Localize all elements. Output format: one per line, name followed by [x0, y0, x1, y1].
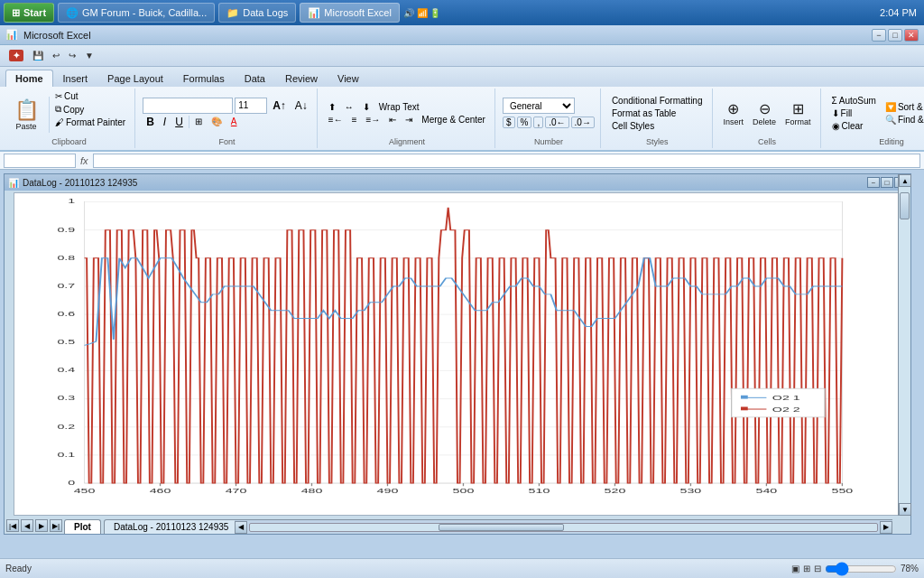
scroll-right-btn[interactable]: ▶: [880, 521, 892, 534]
tab-formulas[interactable]: Formulas: [173, 70, 235, 87]
svg-rect-44: [732, 388, 825, 417]
percent-btn[interactable]: %: [517, 117, 532, 128]
excel-restore-btn[interactable]: □: [881, 177, 893, 188]
tab-review[interactable]: Review: [275, 70, 328, 87]
format-painter-button[interactable]: 🖌 Format Painter: [51, 117, 129, 128]
status-right: ▣ ⊞ ⊟ 78%: [791, 564, 919, 574]
quick-access-more[interactable]: ▼: [81, 49, 97, 62]
vertical-scrollbar[interactable]: ▲ ▼: [898, 174, 910, 516]
svg-text:450: 450: [74, 488, 96, 494]
align-top-btn[interactable]: ⬆: [325, 101, 339, 113]
decrease-font-btn[interactable]: A↓: [291, 98, 311, 113]
delete-button[interactable]: ⊖ Delete: [749, 98, 780, 128]
tab-scroll-next[interactable]: ▶: [35, 519, 48, 532]
fill-color-button[interactable]: 🎨: [208, 116, 226, 127]
bold-button[interactable]: B: [143, 115, 158, 129]
save-quick-btn[interactable]: 💾: [29, 49, 47, 62]
number-format-dropdown[interactable]: General Number Currency Percentage: [503, 98, 575, 114]
autosum-button[interactable]: Σ AutoSum: [828, 95, 880, 107]
align-bottom-btn[interactable]: ⬇: [359, 101, 374, 113]
formula-input[interactable]: [93, 154, 920, 168]
align-middle-btn[interactable]: ↔: [341, 101, 357, 113]
svg-text:550: 550: [832, 488, 854, 494]
tab-insert[interactable]: Insert: [53, 70, 98, 87]
tab-scroll-first[interactable]: |◀: [6, 519, 19, 532]
sort-filter-button[interactable]: 🔽 Sort & Filter: [882, 101, 924, 113]
font-name-input[interactable]: [143, 98, 233, 114]
decrease-indent-btn[interactable]: ⇤: [385, 114, 400, 126]
systray: 🔊 📶 🔋: [403, 8, 441, 18]
sheet-tab-datalog[interactable]: DataLog - 20110123 124935: [104, 519, 238, 534]
decrease-decimal-btn[interactable]: .0←: [545, 117, 568, 128]
insert-button[interactable]: ⊕ Insert: [720, 98, 748, 128]
clear-button[interactable]: ◉ Clear: [828, 120, 880, 132]
align-right-btn[interactable]: ≡→: [363, 114, 384, 126]
taskbar-tab-excel[interactable]: 📊 Microsoft Excel: [300, 3, 400, 23]
svg-text:490: 490: [377, 488, 399, 494]
paste-label: Paste: [15, 122, 36, 131]
svg-text:0.9: 0.9: [57, 226, 75, 232]
close-button[interactable]: ✕: [904, 29, 919, 42]
font-color-button[interactable]: A: [227, 116, 241, 127]
paste-button[interactable]: 📋 Paste: [9, 97, 43, 133]
format-button[interactable]: ⊞ Format: [781, 98, 815, 128]
start-button[interactable]: ⊞ Start: [4, 3, 54, 23]
taskbar-tab-gmforum[interactable]: 🌐 GM Forum - Buick, Cadilla...: [58, 3, 215, 23]
view-break-btn[interactable]: ⊟: [814, 564, 821, 573]
tab-home[interactable]: Home: [5, 70, 53, 87]
scroll-left-btn[interactable]: ◀: [235, 521, 247, 534]
italic-button[interactable]: I: [160, 115, 170, 129]
underline-button[interactable]: U: [171, 115, 187, 129]
horizontal-scrollbar[interactable]: ◀ ▶: [235, 519, 892, 534]
merge-center-button[interactable]: Merge & Center: [418, 114, 489, 126]
fill-button[interactable]: ⬇ Fill: [828, 107, 880, 119]
app-title: Microsoft Excel: [23, 30, 91, 41]
align-left-btn[interactable]: ≡←: [325, 114, 346, 126]
increase-indent-btn[interactable]: ⇥: [402, 114, 416, 126]
increase-font-btn[interactable]: A↑: [269, 98, 290, 113]
font-label: Font: [137, 137, 317, 146]
sheet-tab-plot[interactable]: Plot: [64, 519, 101, 534]
conditional-formatting-button[interactable]: Conditional Formatting: [608, 95, 707, 107]
tab-scroll-last[interactable]: ▶|: [50, 519, 62, 532]
tab-data[interactable]: Data: [235, 70, 275, 87]
clipboard-label: Clipboard: [4, 137, 134, 146]
quick-access-toolbar: ✦ 💾 ↩ ↪ ▼: [0, 45, 924, 67]
taskbar: ⊞ Start 🌐 GM Forum - Buick, Cadilla... 📁…: [0, 0, 924, 25]
minimize-button[interactable]: −: [872, 29, 886, 42]
title-bar: 📊 Microsoft Excel − □ ✕: [0, 25, 924, 45]
tab-page-layout[interactable]: Page Layout: [97, 70, 173, 87]
clock: 2:04 PM: [880, 7, 920, 18]
scroll-down-btn[interactable]: ▼: [899, 503, 911, 516]
view-normal-btn[interactable]: ▣: [791, 564, 799, 573]
currency-btn[interactable]: $: [503, 117, 515, 128]
editing-label: Editing: [823, 137, 924, 146]
cell-styles-button[interactable]: Cell Styles: [608, 120, 707, 132]
redo-btn[interactable]: ↪: [65, 49, 79, 62]
wrap-text-button[interactable]: Wrap Text: [375, 101, 423, 113]
increase-decimal-btn[interactable]: .0→: [571, 117, 595, 128]
borders-button[interactable]: ⊞: [191, 116, 206, 127]
tab-view[interactable]: View: [328, 70, 369, 87]
restore-button[interactable]: □: [888, 29, 902, 42]
align-center-btn[interactable]: ≡: [348, 114, 361, 126]
excel-tab-label: Microsoft Excel: [324, 7, 392, 18]
scroll-up-btn[interactable]: ▲: [899, 174, 911, 187]
svg-text:520: 520: [605, 488, 626, 494]
font-size-input[interactable]: [235, 98, 267, 114]
excel-window-title-text: DataLog - 20110123 124935: [23, 178, 137, 188]
comma-btn[interactable]: ,: [533, 117, 543, 128]
undo-btn[interactable]: ↩: [49, 49, 63, 62]
name-box-input[interactable]: [4, 154, 76, 168]
zoom-slider[interactable]: [825, 564, 897, 574]
copy-button[interactable]: ⧉ Copy: [51, 103, 129, 116]
excel-minimize-btn[interactable]: −: [867, 177, 880, 188]
cut-button[interactable]: ✂ Cut: [51, 90, 129, 102]
office-button[interactable]: ✦: [5, 49, 27, 62]
find-select-button[interactable]: 🔍 Find & Select: [882, 114, 924, 126]
view-layout-btn[interactable]: ⊞: [803, 564, 810, 573]
taskbar-tab-datalogs[interactable]: 📁 Data Logs: [218, 3, 296, 23]
status-text: Ready: [5, 564, 32, 573]
tab-scroll-prev[interactable]: ◀: [21, 519, 33, 532]
format-table-button[interactable]: Format as Table: [608, 107, 707, 119]
